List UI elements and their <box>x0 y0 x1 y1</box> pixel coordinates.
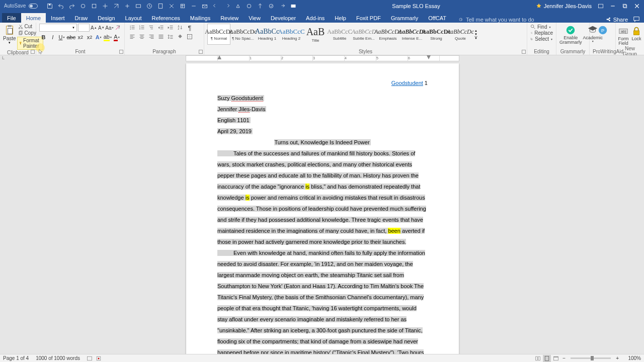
tab-addins[interactable]: Add-ins <box>301 13 330 23</box>
tab-file[interactable]: File <box>2 13 21 23</box>
font-name-combo[interactable]: ▼ <box>39 24 77 32</box>
align-center-button[interactable] <box>137 33 146 41</box>
spelling-icon[interactable] <box>86 355 94 362</box>
prowritingaid-button[interactable]: P . <box>593 24 612 40</box>
line-spacing-button[interactable] <box>166 33 175 41</box>
qat-icon[interactable] <box>180 3 186 9</box>
qat-icon[interactable] <box>124 3 130 9</box>
undo-icon[interactable] <box>58 3 64 9</box>
zoom-slider[interactable] <box>571 357 611 359</box>
tab-view[interactable]: View <box>244 13 266 23</box>
macro-icon[interactable] <box>95 355 103 362</box>
read-mode-icon[interactable] <box>534 355 542 362</box>
clear-format-button[interactable] <box>115 24 121 32</box>
qat-icon[interactable] <box>102 3 108 9</box>
change-case-button[interactable]: Aa▼ <box>106 24 114 32</box>
qat-icon[interactable] <box>135 3 141 9</box>
italic-button[interactable]: I <box>48 33 57 42</box>
decrease-indent-button[interactable] <box>156 24 166 32</box>
indent-marker[interactable] <box>217 55 221 59</box>
styles-more-button[interactable]: ▲▼▼ <box>473 29 479 40</box>
underline-button[interactable]: U▼ <box>57 33 66 42</box>
qat-icon[interactable] <box>246 3 252 9</box>
highlight-button[interactable]: ab▼ <box>104 33 112 42</box>
zoom-out-button[interactable]: − <box>560 355 568 361</box>
text-effects-button[interactable]: A▼ <box>95 33 103 42</box>
strikethrough-button[interactable]: abc <box>66 33 75 42</box>
qat-icon[interactable] <box>191 3 197 9</box>
page-indicator[interactable]: Page 1 of 4 <box>3 355 29 361</box>
word-count[interactable]: 1000 of 1000 words <box>36 355 80 361</box>
tab-home[interactable]: Home <box>21 13 46 23</box>
tab-references[interactable]: References <box>147 13 185 23</box>
share-button[interactable]: Share <box>601 17 633 23</box>
style-heading1[interactable]: AaBbCcHeading 1 <box>256 24 279 45</box>
style-heading2[interactable]: AaBbCcCHeading 2 <box>280 24 303 45</box>
comments-icon[interactable] <box>633 16 640 23</box>
style-normal[interactable]: AaBbCcDc¶ Normal <box>207 24 230 45</box>
qat-icon[interactable] <box>80 3 86 9</box>
document-page[interactable]: Goodstudent 1 Suzy Goodstudent Jennifer … <box>186 63 459 354</box>
select-button[interactable]: Select▼ <box>530 36 553 42</box>
tab-draw[interactable]: Draw <box>70 13 93 23</box>
justify-button[interactable] <box>156 33 166 41</box>
style-title[interactable]: AaBTitle <box>304 24 327 45</box>
show-marks-button[interactable]: ¶ <box>185 24 194 32</box>
qat-icon[interactable] <box>279 3 285 9</box>
enable-grammarly-button[interactable]: Enable Grammarly <box>559 24 582 45</box>
tab-insert[interactable]: Insert <box>46 13 70 23</box>
shrink-font-button[interactable]: A▼ <box>98 24 105 32</box>
align-right-button[interactable] <box>147 33 156 41</box>
tab-mailings[interactable]: Mailings <box>185 13 215 23</box>
subscript-button[interactable]: x2 <box>76 33 85 42</box>
qat-icon[interactable] <box>235 3 241 9</box>
redo-icon[interactable] <box>69 3 75 9</box>
qat-icon[interactable] <box>213 3 219 9</box>
style-subtitle[interactable]: AaBbCcCSubtitle <box>328 24 351 45</box>
lock-button[interactable]: Lock <box>631 25 642 46</box>
autosave-toggle[interactable] <box>29 4 38 9</box>
account-name[interactable]: Jennifer Jiles-Davis <box>536 3 592 9</box>
right-indent-marker[interactable] <box>427 55 431 59</box>
multilevel-button[interactable] <box>147 24 156 32</box>
tab-layout[interactable]: Layout <box>120 13 147 23</box>
style-quote[interactable]: AaBbCcDcQuote <box>449 24 472 45</box>
shading-button[interactable] <box>176 33 185 41</box>
qat-icon[interactable] <box>224 3 230 9</box>
print-layout-icon[interactable] <box>543 355 551 362</box>
font-color-button[interactable]: A▼ <box>113 33 121 42</box>
numbering-button[interactable]: 123 <box>137 24 146 32</box>
dialog-launcher-icon[interactable] <box>199 50 203 54</box>
qat-icon[interactable] <box>268 3 274 9</box>
style-intense-emphasis[interactable]: AaBbCcDcIntense E... <box>400 24 424 45</box>
zoom-in-button[interactable]: + <box>614 355 621 361</box>
style-emphasis[interactable]: AaBbCcDcEmphasis <box>376 24 399 45</box>
tab-foxit[interactable]: Foxit PDF <box>351 13 386 23</box>
replace-button[interactable]: Replace <box>530 30 553 36</box>
dialog-launcher-icon[interactable] <box>119 50 123 54</box>
maximize-icon[interactable] <box>622 3 628 9</box>
form-field-button[interactable]: ab| Form Field <box>618 25 629 46</box>
qat-icon[interactable] <box>202 3 208 9</box>
minimize-icon[interactable] <box>610 3 616 9</box>
tab-help[interactable]: Help <box>330 13 351 23</box>
tab-grammarly[interactable]: Grammarly <box>386 13 423 23</box>
style-no-spacing[interactable]: AaBbCcDc¶ No Spac... <box>231 24 255 45</box>
font-size-combo[interactable] <box>78 24 90 32</box>
bold-button[interactable]: B <box>39 33 48 42</box>
dialog-launcher-icon[interactable] <box>522 50 526 54</box>
sort-button[interactable]: AZ <box>176 24 185 32</box>
style-subtle-emphasis[interactable]: AaBbCcDSubtle Em... <box>352 24 375 45</box>
tell-me-search[interactable]: Tell me what you want to do <box>458 17 534 23</box>
qat-icon[interactable] <box>257 3 263 9</box>
tab-developer[interactable]: Developer <box>266 13 301 23</box>
qat-icon[interactable] <box>146 3 152 9</box>
ribbon-display-icon[interactable] <box>598 3 604 9</box>
tab-review[interactable]: Review <box>215 13 244 23</box>
style-strong[interactable]: AaBbCcDcStrong <box>425 24 448 45</box>
find-button[interactable]: Find▼ <box>530 24 553 30</box>
tab-design[interactable]: Design <box>93 13 120 23</box>
qat-icon[interactable] <box>91 3 97 9</box>
align-left-button[interactable] <box>128 33 137 41</box>
qat-icon[interactable] <box>169 3 175 9</box>
